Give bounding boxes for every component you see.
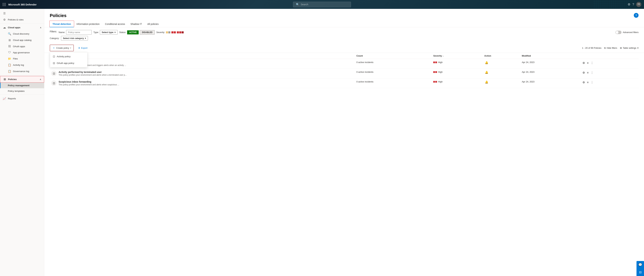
type-filter-value: Select type bbox=[102, 31, 114, 34]
notification-bell-icon: 🔔 bbox=[484, 70, 489, 74]
activity-policy-icon: ⊡ bbox=[53, 55, 55, 58]
severity-high-icon[interactable] bbox=[177, 31, 184, 34]
search-input[interactable] bbox=[301, 3, 348, 6]
severity-medium-icon[interactable] bbox=[172, 31, 176, 34]
tab-shadow-it[interactable]: Shadow IT bbox=[128, 21, 145, 27]
create-policy-dropdown: ⊡ Activity policy ⊟ OAuth app policy bbox=[50, 52, 88, 67]
cloud-apps-icon: ☁ bbox=[3, 26, 6, 29]
sidebar-item-policy-management[interactable]: Policy management bbox=[0, 83, 44, 88]
policy-name-cell: ⊡ Suspicious inbox forwarding This polic… bbox=[50, 78, 355, 88]
col-name bbox=[50, 53, 355, 59]
action-cell: 🔔 bbox=[483, 78, 520, 88]
sidebar-item-policies-rules[interactable]: ⚙ Policies & rules bbox=[0, 16, 44, 23]
dropdown-item-activity-policy[interactable]: ⊡ Activity policy bbox=[50, 53, 87, 60]
sidebar-item-activity-log[interactable]: 📋 Activity log bbox=[0, 62, 44, 68]
row-settings-icon[interactable]: ⚙ bbox=[582, 61, 586, 65]
tab-threat-detection[interactable]: Threat detection bbox=[50, 21, 74, 27]
files-icon: 📁 bbox=[8, 57, 11, 60]
sidebar-label: Files bbox=[13, 58, 18, 60]
dropdown-label: Activity policy bbox=[57, 55, 70, 58]
reports-icon: 📈 bbox=[3, 97, 6, 100]
policy-name[interactable]: Suspicious inbox forwarding bbox=[58, 80, 119, 83]
table-settings-button[interactable]: ⊞ Table settings ▾ bbox=[620, 47, 639, 49]
policy-count-cell: 0 active incidents bbox=[355, 59, 432, 69]
category-filter-value: Select risk category bbox=[63, 37, 84, 40]
sidebar-collapse-btn[interactable]: ☰ bbox=[0, 10, 44, 16]
name-filter-input[interactable] bbox=[66, 30, 92, 34]
category-filter-select[interactable]: Select risk category ▾ bbox=[61, 36, 88, 40]
apps-grid-icon[interactable] bbox=[3, 3, 6, 6]
create-policy-button[interactable]: ＋ Create policy ▾ bbox=[50, 45, 74, 51]
col-actions-menu bbox=[580, 53, 638, 59]
severity-label: High bbox=[438, 61, 442, 64]
tab-information-protection[interactable]: Information protection bbox=[74, 21, 102, 27]
policy-table: Count Severity ↓ Action Modified bbox=[50, 53, 638, 88]
row-settings-icon[interactable]: ⚙ bbox=[582, 80, 586, 84]
notification-bell-icon: 🔔 bbox=[484, 80, 489, 84]
advanced-toggle-switch[interactable] bbox=[616, 31, 622, 34]
status-active-button[interactable]: ACTIVE bbox=[127, 30, 139, 34]
type-filter-select[interactable]: Select type ▾ bbox=[100, 30, 118, 34]
search-bar[interactable]: 🔍 bbox=[293, 2, 351, 7]
sidebar-label: App governance bbox=[13, 51, 30, 54]
status-filter-label: Status: bbox=[119, 31, 126, 34]
page-header: Policies ? bbox=[44, 9, 644, 18]
table-settings-label: Table settings bbox=[623, 47, 636, 49]
filters-row-2: Category: Select risk category ▾ bbox=[50, 36, 638, 40]
sidebar-item-app-governance[interactable]: 🛡 App governance bbox=[0, 50, 44, 56]
create-label: Create policy bbox=[56, 47, 69, 49]
sidebar-item-oauth-apps[interactable]: ⛓ OAuth apps bbox=[0, 43, 44, 50]
app-gov-icon: 🛡 bbox=[8, 51, 11, 54]
hide-filters-button[interactable]: ⧉ Hide filters bbox=[604, 47, 617, 50]
policies-rules-icon: ⚙ bbox=[3, 18, 6, 21]
avatar[interactable]: TT bbox=[636, 2, 641, 7]
export-button[interactable]: ⬇ Export bbox=[76, 46, 90, 50]
dropdown-item-oauth-app-policy[interactable]: ⊟ OAuth app policy bbox=[50, 60, 87, 66]
sidebar-item-policy-templates[interactable]: Policy templates bbox=[0, 88, 44, 94]
policy-name[interactable]: Activity performed by terminated user bbox=[58, 71, 127, 74]
tab-conditional-access[interactable]: Conditional access bbox=[102, 21, 128, 27]
row-more-icon[interactable]: ⋮ bbox=[590, 61, 594, 65]
export-label: Export bbox=[81, 47, 88, 49]
advanced-filters-label: Advanced filters bbox=[623, 31, 639, 34]
sidebar-label: Activity log bbox=[13, 64, 24, 66]
table-row: ⊡ Suspicious inbox forwarding This polic… bbox=[50, 78, 638, 88]
settings-icon[interactable]: ⚙ bbox=[628, 2, 630, 6]
tab-all-policies[interactable]: All policies bbox=[145, 21, 161, 27]
sidebar-item-cloud-apps[interactable]: ☁ Cloud apps ∧ bbox=[0, 24, 44, 31]
sidebar-item-cloud-app-catalog[interactable]: ⊞ Cloud app catalog bbox=[0, 37, 44, 43]
sidebar-item-governance-log[interactable]: 📋 Governance log bbox=[0, 68, 44, 74]
advanced-filters-toggle[interactable]: Advanced filters bbox=[616, 31, 639, 34]
row-list-icon[interactable]: ≡ bbox=[586, 80, 589, 84]
table-row: ⊡ Activity policy This policy profiles y… bbox=[50, 59, 638, 69]
row-more-icon[interactable]: ⋮ bbox=[590, 71, 594, 74]
help-button[interactable]: ? bbox=[634, 13, 638, 18]
oauth-policy-icon: ⊟ bbox=[53, 62, 55, 65]
sidebar-label: Cloud apps bbox=[8, 26, 20, 29]
cloud-discovery-icon: 🔍 bbox=[8, 32, 11, 36]
chat-support-button[interactable]: 💬 bbox=[636, 261, 644, 268]
col-count: Count bbox=[355, 53, 432, 59]
sidebar-item-files[interactable]: 📁 Files bbox=[0, 56, 44, 62]
sidebar-label: Cloud app catalog bbox=[13, 39, 32, 42]
severity-low-icon[interactable] bbox=[166, 31, 170, 34]
right-panel: 💬 ⊟ bbox=[636, 261, 644, 276]
row-settings-icon[interactable]: ⚙ bbox=[582, 71, 586, 74]
status-disabled-button[interactable]: DISABLED bbox=[140, 30, 154, 34]
sidebar-item-cloud-discovery[interactable]: 🔍 Cloud discovery bbox=[0, 31, 44, 37]
sidebar-item-policies[interactable]: ⊞ Policies ∧ bbox=[0, 76, 44, 83]
row-actions-cell: ⚙ ≡ ⋮ bbox=[580, 78, 638, 88]
row-list-icon[interactable]: ≡ bbox=[586, 71, 589, 74]
sidebar-label: Policy management bbox=[8, 84, 30, 87]
feedback-button[interactable]: ⊟ bbox=[636, 268, 644, 276]
top-navigation: Microsoft 365 Defender 🔍 ⚙ ? TT bbox=[0, 0, 644, 9]
row-list-icon[interactable]: ≡ bbox=[586, 61, 589, 65]
modified-cell: Apr 24, 2023 bbox=[520, 78, 580, 88]
help-icon[interactable]: ? bbox=[632, 3, 634, 6]
col-severity[interactable]: Severity ↓ bbox=[432, 53, 483, 59]
severity-icons bbox=[166, 31, 184, 34]
row-more-icon[interactable]: ⋮ bbox=[590, 80, 594, 84]
severity-cell: High bbox=[432, 69, 483, 78]
sidebar-item-reports[interactable]: 📈 Reports bbox=[0, 96, 44, 102]
policy-toolbar: ＋ Create policy ▾ ⊡ Activity policy ⊟ OA… bbox=[44, 43, 644, 53]
